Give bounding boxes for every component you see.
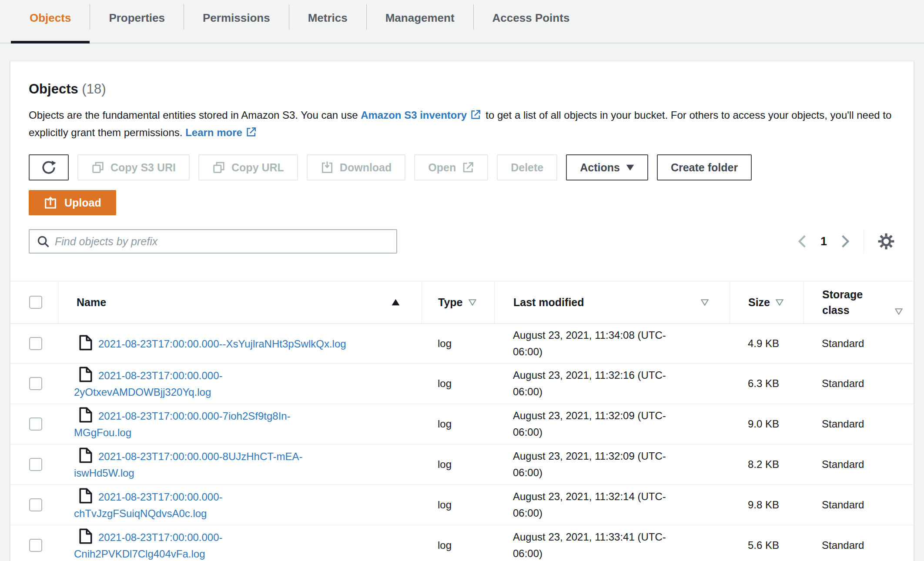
- column-header-size[interactable]: Size: [730, 281, 803, 323]
- row-checkbox[interactable]: [29, 337, 42, 350]
- object-name-line2: Cnih2PVKDl7Clg404vFa.log: [74, 546, 223, 561]
- column-header-storage-class[interactable]: Storage class: [803, 281, 914, 323]
- delete-button[interactable]: Delete: [497, 154, 557, 180]
- name-cell: 2021-08-23T17:00:00.000-Cnih2PVKDl7Clg40…: [58, 525, 422, 561]
- object-count-badge: (18): [82, 81, 106, 97]
- learn-more-link-label: Learn more: [185, 127, 242, 138]
- download-button[interactable]: Download: [307, 154, 405, 180]
- size-cell: 5.6 KB: [730, 525, 803, 561]
- modified-line1: August 23, 2021, 11:33:41 (UTC-: [513, 531, 666, 543]
- upload-label: Upload: [64, 197, 101, 209]
- download-icon: [321, 161, 334, 174]
- open-label: Open: [428, 161, 456, 174]
- object-name-line2: 2yOtxevAMDOWBjj320Yq.log: [74, 384, 223, 401]
- learn-more-link[interactable]: Learn more: [185, 127, 261, 138]
- description-text: Objects are the fundamental entities sto…: [29, 109, 358, 121]
- modified-line2: 06:00): [513, 384, 666, 400]
- column-header-last-modified[interactable]: Last modified: [494, 281, 730, 323]
- tab-properties[interactable]: Properties: [90, 0, 184, 43]
- row-checkbox[interactable]: [29, 377, 42, 390]
- name-cell: 2021-08-23T17:00:00.000-7ioh2Sf9tg8In-MG…: [58, 404, 422, 444]
- object-link[interactable]: 2021-08-23T17:00:00.000-8UJzHhCT-mEA-isw…: [74, 447, 303, 481]
- object-link[interactable]: 2021-08-23T17:00:00.000--XsYujlraNHt3pSw…: [74, 335, 346, 352]
- file-icon: [79, 528, 92, 544]
- storage-class-cell: Standard: [803, 525, 914, 561]
- sort-icon: [895, 308, 903, 315]
- copy-s3-uri-label: Copy S3 URI: [110, 161, 176, 174]
- create-folder-button[interactable]: Create folder: [657, 154, 752, 180]
- object-link[interactable]: 2021-08-23T17:00:00.000-7ioh2Sf9tg8In-MG…: [74, 407, 291, 441]
- object-link[interactable]: 2021-08-23T17:00:00.000-2yOtxevAMDOWBjj3…: [74, 367, 223, 401]
- checkbox-cell: [10, 444, 58, 484]
- table-row: 2021-08-23T17:00:00.000-2yOtxevAMDOWBjj3…: [10, 364, 914, 404]
- storage-class-cell: Standard: [803, 444, 914, 484]
- select-all-checkbox[interactable]: [29, 296, 42, 309]
- preferences-button[interactable]: [877, 232, 895, 250]
- table-row: 2021-08-23T17:00:00.000-Cnih2PVKDl7Clg40…: [10, 525, 914, 561]
- caret-down-icon: [626, 164, 634, 171]
- last-modified-header-label: Last modified: [513, 296, 584, 309]
- copy-url-button[interactable]: Copy URL: [198, 154, 298, 180]
- name-cell: 2021-08-23T17:00:00.000-2yOtxevAMDOWBjj3…: [58, 364, 422, 404]
- open-button[interactable]: Open: [414, 154, 488, 180]
- row-checkbox[interactable]: [29, 458, 42, 471]
- objects-toolbar: Copy S3 URI Copy URL Download Open Delet…: [29, 154, 895, 180]
- tab-access-points[interactable]: Access Points: [474, 0, 589, 43]
- refresh-button[interactable]: [29, 154, 69, 180]
- object-name-line1: 2021-08-23T17:00:00.000-: [98, 531, 223, 543]
- storage-class-cell: Standard: [803, 485, 914, 525]
- modified-line1: August 23, 2021, 11:32:16 (UTC-: [513, 369, 666, 381]
- size-cell: 8.2 KB: [730, 444, 803, 484]
- column-header-name[interactable]: Name: [58, 281, 422, 323]
- refresh-icon: [41, 160, 57, 175]
- modified-line2: 06:00): [513, 344, 666, 360]
- actions-button[interactable]: Actions: [566, 154, 648, 180]
- object-link[interactable]: 2021-08-23T17:00:00.000-Cnih2PVKDl7Clg40…: [74, 528, 223, 561]
- type-cell: log: [422, 525, 494, 561]
- external-link-icon: [470, 109, 481, 120]
- object-name-line2: MGgFou.log: [74, 424, 291, 441]
- type-cell: log: [422, 364, 494, 404]
- row-checkbox[interactable]: [29, 498, 42, 511]
- external-link-icon: [462, 161, 474, 174]
- name-cell: 2021-08-23T17:00:00.000-chTvJzgFSuiqNQdv…: [58, 485, 422, 525]
- object-name-line1: 2021-08-23T17:00:00.000-8UJzHhCT-mEA-: [98, 451, 303, 462]
- tab-objects[interactable]: Objects: [11, 0, 90, 43]
- prev-page-button[interactable]: [797, 234, 807, 248]
- bucket-tab-bar: Objects Properties Permissions Metrics M…: [0, 0, 924, 43]
- object-link[interactable]: 2021-08-23T17:00:00.000-chTvJzgFSuiqNQdv…: [74, 488, 223, 522]
- next-page-button[interactable]: [840, 234, 850, 248]
- chevron-right-icon: [840, 234, 850, 248]
- gear-icon: [877, 232, 895, 250]
- upload-row: Upload: [29, 190, 895, 215]
- page-number[interactable]: 1: [820, 235, 827, 248]
- search-input[interactable]: [55, 235, 389, 248]
- storage-class-header-label: Storage class: [822, 287, 874, 318]
- row-checkbox[interactable]: [29, 417, 42, 431]
- tab-permissions[interactable]: Permissions: [184, 0, 289, 43]
- file-icon: [79, 488, 92, 504]
- create-folder-label: Create folder: [671, 161, 738, 174]
- storage-class-cell: Standard: [803, 364, 914, 404]
- copy-s3-uri-button[interactable]: Copy S3 URI: [77, 154, 190, 180]
- type-cell: log: [422, 404, 494, 444]
- tab-management[interactable]: Management: [367, 0, 473, 43]
- size-header-label: Size: [748, 296, 770, 309]
- tab-metrics[interactable]: Metrics: [289, 0, 366, 43]
- search-row: 1: [29, 229, 895, 254]
- upload-button[interactable]: Upload: [29, 190, 116, 215]
- modified-line1: August 23, 2021, 11:32:09 (UTC-: [513, 450, 666, 462]
- sort-ascending-icon: [392, 299, 400, 306]
- row-checkbox[interactable]: [29, 539, 42, 552]
- name-cell: 2021-08-23T17:00:00.000-8UJzHhCT-mEA-isw…: [58, 444, 422, 484]
- download-label: Download: [340, 161, 392, 174]
- column-header-type[interactable]: Type: [422, 281, 494, 323]
- search-icon: [37, 235, 50, 248]
- s3-inventory-link[interactable]: Amazon S3 inventory: [361, 109, 485, 121]
- copy-icon: [212, 161, 225, 174]
- last-modified-cell: August 23, 2021, 11:32:09 (UTC-06:00): [494, 444, 730, 484]
- panel-header: Objects (18) Objects are the fundamental…: [10, 61, 914, 254]
- object-name-line1: 2021-08-23T17:00:00.000-7ioh2Sf9tg8In-: [98, 410, 291, 422]
- objects-description: Objects are the fundamental entities sto…: [29, 107, 895, 141]
- object-name-line2: iswHd5W.log: [74, 465, 303, 481]
